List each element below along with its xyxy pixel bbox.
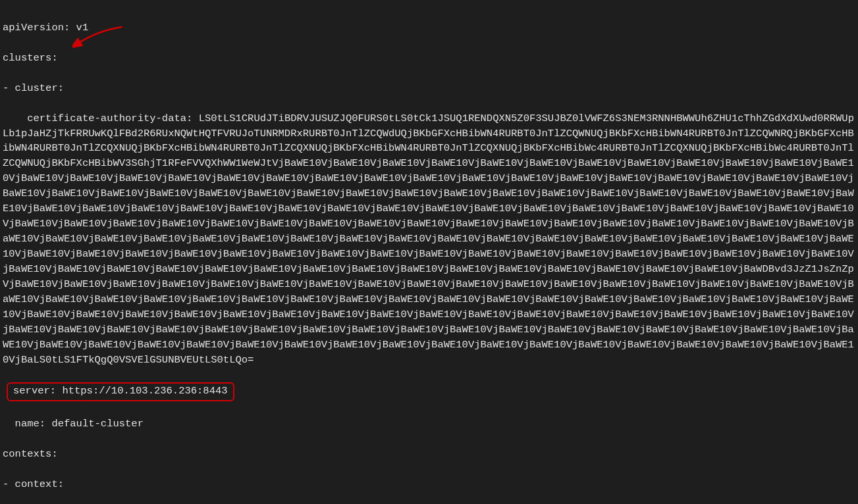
yaml-server-line: server: https://10.103.236.236:8443 [3, 382, 855, 401]
yaml-cert-key: certificate-authority-data: [3, 113, 199, 124]
yaml-cluster-name: name: default-cluster [3, 416, 855, 432]
yaml-server: server: https://10.103.236.236:8443 [13, 385, 228, 397]
yaml-cert-line: certificate-authority-data: LS0tLS1CRUdJ… [3, 111, 855, 368]
yaml-clusters: clusters: [3, 51, 855, 66]
server-highlight: server: https://10.103.236.236:8443 [7, 382, 234, 401]
yaml-context-dash: - context: [3, 477, 855, 492]
yaml-cert-data: LS0tLS1CRUdJTiBDRVJUSUZJQ0FURS0tLS0tCk1J… [3, 113, 854, 366]
yaml-cluster-dash: - cluster: [3, 81, 855, 96]
terminal-output: apiVersion: v1 clusters: - cluster: cert… [3, 5, 855, 504]
yaml-apiversion: apiVersion: v1 [3, 20, 855, 36]
yaml-contexts: contexts: [3, 447, 855, 462]
